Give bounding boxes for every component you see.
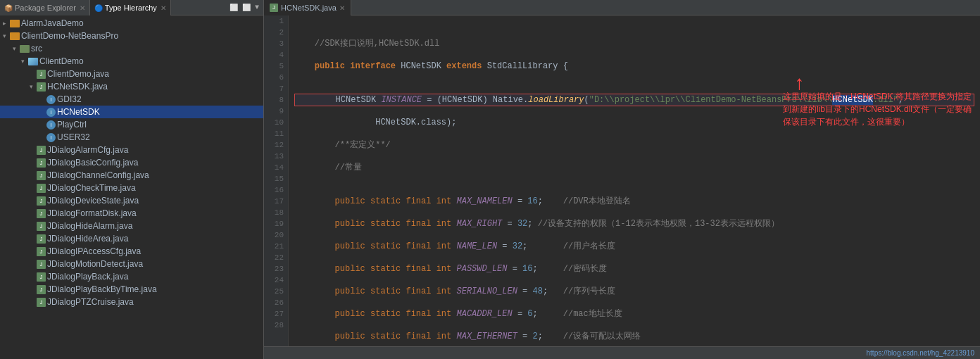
- tree-item-alarm[interactable]: ▸ AlarmJavaDemo: [0, 17, 263, 30]
- tree-item-jdialogptzcruise[interactable]: J JDialogPTZCruise.java: [0, 296, 263, 308]
- tree-item-jdialoghidealarm[interactable]: J JDialogHideAlarm.java: [0, 220, 263, 232]
- tree-item-hcnetsdk-iface-label: HCNetSDK: [57, 107, 100, 117]
- tree-item-gdi32[interactable]: I GDI32: [0, 93, 263, 106]
- code-line-9: public static final int MAX_NAMELEN = 16…: [294, 196, 974, 207]
- tree-item-jdialogchecktime[interactable]: J JDialogCheckTime.java: [0, 182, 263, 194]
- package-explorer-icon: 📦: [4, 4, 13, 12]
- tab-type-hierarchy[interactable]: 🔵 Type Hierarchy ✕: [90, 0, 171, 15]
- code-area[interactable]: 1 2 3 4 5 6 7 8 9 10 11 12 13 14 15 16 1: [264, 15, 980, 346]
- tree-item-hcnetsdk-iface[interactable]: I HCNetSDK: [0, 106, 263, 118]
- tree-item-user32-label: USER32: [57, 132, 90, 142]
- tree-item-hcnetsdk-java[interactable]: ▾ J HCNetSDK.java: [0, 80, 263, 93]
- tree-item-src[interactable]: ▾ src: [0, 42, 263, 55]
- java-file-icon-12: J: [37, 247, 46, 256]
- tree-item-jdialogmotiondetect-label: JDialogMotionDetect.java: [47, 259, 143, 269]
- java-file-icon-6: J: [37, 171, 46, 180]
- package-icon: [28, 58, 38, 65]
- status-bar: https://blog.csdn.net/hg_42213910: [264, 346, 980, 359]
- interface-icon-2: I: [46, 108, 56, 117]
- tree-item-jdialogipaccesscfg-label: JDialogIPAccessCfg.java: [47, 246, 141, 256]
- line-numbers: 1 2 3 4 5 6 7 8 9 10 11 12 13 14 15 16 1: [264, 15, 289, 346]
- tree-item-user32[interactable]: I USER32: [0, 131, 263, 144]
- tree-item-hcnetsdk-java-label: HCNetSDK.java: [47, 82, 108, 92]
- code-line-7: //常量: [294, 162, 974, 173]
- tree-item-jdialogformatdisk[interactable]: J JDialogFormatDisk.java: [0, 207, 263, 220]
- dropdown-button[interactable]: ▼: [253, 4, 260, 11]
- tree-view[interactable]: ▸ AlarmJavaDemo ▾ ClientDemo-NetBeansPro…: [0, 15, 263, 359]
- interface-icon: I: [46, 95, 56, 104]
- code-line-4: HCNetSDK INSTANCE = (HCNetSDK) Native.lo…: [294, 94, 974, 106]
- tree-item-clientdemo-pkg-label: ClientDemo: [39, 56, 84, 66]
- tab-hcnetsdk-java[interactable]: J HCNetSDK.java ✕: [264, 0, 351, 15]
- tree-item-jdialogplaybackbytime[interactable]: J JDialogPlayBackByTime.java: [0, 283, 263, 296]
- tree-item-alarm-label: AlarmJavaDemo: [21, 18, 84, 28]
- tree-item-jdialogmotiondetect[interactable]: J JDialogMotionDetect.java: [0, 258, 263, 270]
- interface-icon-3: I: [46, 120, 56, 130]
- tree-item-clientdemo-java[interactable]: J ClientDemo.java: [0, 68, 263, 80]
- tree-item-jdialoghidearea[interactable]: J JDialogHideArea.java: [0, 232, 263, 245]
- project-icon: [10, 20, 20, 27]
- tree-arrow-3: ▾: [13, 45, 20, 52]
- tree-item-jdialogchecktime-label: JDialogCheckTime.java: [47, 183, 136, 193]
- tree-arrow-2: ▾: [3, 32, 10, 39]
- tree-arrow: ▸: [3, 20, 10, 27]
- java-file-icon-4: J: [37, 146, 46, 155]
- code-line-13: public static final int SERIALNO_LEN = 4…: [294, 286, 974, 297]
- tree-item-jdialogipaccesscfg[interactable]: J JDialogIPAccessCfg.java: [0, 245, 263, 258]
- tree-item-jdialogformatdisk-label: JDialogFormatDisk.java: [47, 208, 137, 218]
- tree-item-jdialogdevicestate[interactable]: J JDialogDeviceState.java: [0, 194, 263, 207]
- tree-item-gdi32-label: GDI32: [57, 94, 82, 104]
- code-line-2: public interface HCNetSDK extends StdCal…: [294, 61, 974, 72]
- tree-item-jdialogalarmcfg-label: JDialogAlarmCfg.java: [47, 145, 128, 155]
- code-line-15: public static final int MAX_ETHERNET = 2…: [294, 331, 974, 342]
- tree-item-clientdemo-netbeans[interactable]: ▾ ClientDemo-NetBeansPro: [0, 30, 263, 42]
- java-file-icon: J: [270, 4, 278, 12]
- java-file-icon-9: J: [37, 209, 46, 218]
- right-panel: 1 2 3 4 5 6 7 8 9 10 11 12 13 14 15 16 1: [264, 15, 980, 359]
- top-tab-bar: 📦 Package Explorer ✕ 🔵 Type Hierarchy ✕ …: [0, 0, 980, 15]
- tree-item-jdialogplayback-label: JDialogPlayBack.java: [47, 272, 128, 282]
- tab-package-explorer[interactable]: 📦 Package Explorer ✕: [0, 0, 90, 15]
- code-line-14: public static final int MACADDR_LEN = 6;…: [294, 308, 974, 320]
- code-line-11: public static final int NAME_LEN = 32; /…: [294, 241, 974, 252]
- left-panel: ▸ AlarmJavaDemo ▾ ClientDemo-NetBeansPro…: [0, 15, 264, 359]
- tree-item-playctrl[interactable]: I PlayCtrl: [0, 118, 263, 131]
- tree-item-jdialogchannelconfig-label: JDialogChannelConfig.java: [47, 170, 149, 180]
- java-file-icon-2: J: [37, 70, 46, 79]
- interface-icon-4: I: [46, 133, 56, 142]
- tree-arrow-4: ▾: [21, 58, 28, 65]
- maximize-button[interactable]: ⬜: [241, 4, 252, 12]
- project-icon-2: [10, 32, 20, 40]
- tree-item-jdialogbasicconfig-label: JDialogBasicConfig.java: [47, 158, 138, 168]
- tab-type-hierarchy-label: Type Hierarchy: [105, 4, 157, 12]
- code-line-10: public static final int MAX_RIGHT = 32; …: [294, 218, 974, 229]
- java-file-icon-10: J: [37, 222, 46, 231]
- tab-package-explorer-label: Package Explorer: [15, 4, 76, 12]
- tab-hcnetsdk-java-label: HCNetSDK.java: [281, 4, 337, 12]
- java-file-icon-15: J: [37, 285, 46, 294]
- tree-item-jdialogalarmcfg[interactable]: J JDialogAlarmCfg.java: [0, 144, 263, 156]
- tree-item-jdialogplayback[interactable]: J JDialogPlayBack.java: [0, 270, 263, 283]
- right-panel-tabs: J HCNetSDK.java ✕: [264, 0, 980, 15]
- tree-item-clientdemo-netbeans-label: ClientDemo-NetBeansPro: [21, 31, 118, 41]
- tree-item-jdialogchannelconfig[interactable]: J JDialogChannelConfig.java: [0, 169, 263, 182]
- src-icon: [20, 45, 30, 53]
- code-line-5: HCNetSDK.class);: [294, 117, 974, 128]
- code-line-6: /**宏定义**/: [294, 139, 974, 151]
- java-file-icon-5: J: [37, 158, 46, 168]
- tree-item-src-label: src: [31, 44, 42, 53]
- code-line-1: //SDK接口说明,HCNetSDK.dll: [294, 38, 974, 49]
- java-file-icon-16: J: [37, 298, 46, 307]
- java-file-icon-14: J: [37, 272, 46, 282]
- tab-type-hierarchy-close[interactable]: ✕: [161, 4, 166, 12]
- code-content[interactable]: //SDK接口说明,HCNetSDK.dll public interface …: [289, 15, 980, 346]
- java-file-icon-11: J: [37, 234, 46, 244]
- tree-item-clientdemo-pkg[interactable]: ▾ ClientDemo: [0, 55, 263, 68]
- tree-item-jdialogbasicconfig[interactable]: J JDialogBasicConfig.java: [0, 156, 263, 169]
- type-hierarchy-icon: 🔵: [94, 4, 103, 12]
- main-content: ▸ AlarmJavaDemo ▾ ClientDemo-NetBeansPro…: [0, 15, 980, 359]
- tab-hcnetsdk-java-close[interactable]: ✕: [339, 4, 345, 12]
- minimize-button[interactable]: ⬜: [228, 4, 239, 12]
- tab-package-explorer-close[interactable]: ✕: [80, 4, 85, 12]
- tree-arrow-5: ▾: [30, 83, 37, 90]
